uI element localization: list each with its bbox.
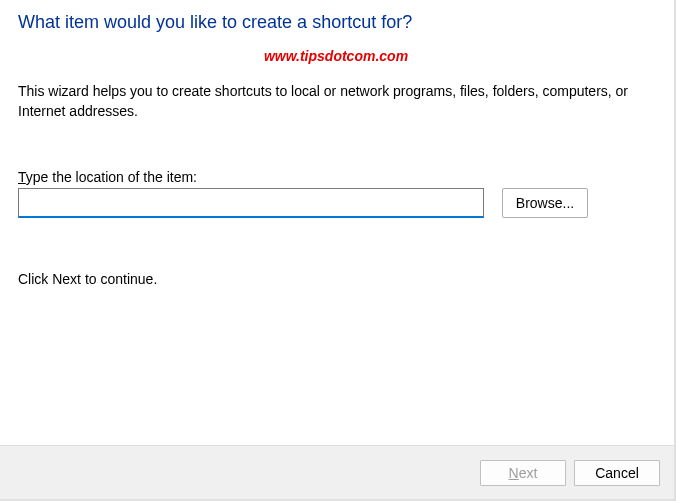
next-button-accelerator: N (509, 465, 519, 481)
cancel-button[interactable]: Cancel (574, 460, 660, 486)
continue-instruction: Click Next to continue. (18, 271, 654, 287)
browse-button[interactable]: Browse... (502, 188, 588, 218)
next-button[interactable]: Next (480, 460, 566, 486)
location-input-label: Type the location of the item: (18, 169, 654, 185)
location-input-row: Browse... (18, 188, 654, 218)
location-input[interactable] (18, 188, 484, 218)
watermark-text: www.tipsdotcom.com (18, 48, 654, 64)
wizard-description: This wizard helps you to create shortcut… (18, 82, 654, 121)
create-shortcut-wizard: What item would you like to create a sho… (0, 0, 676, 501)
wizard-body: What item would you like to create a sho… (0, 0, 674, 445)
wizard-footer: Next Cancel (0, 445, 674, 499)
wizard-title: What item would you like to create a sho… (18, 12, 654, 33)
next-button-text: ext (519, 465, 538, 481)
location-label-text: ype the location of the item: (26, 169, 197, 185)
location-label-accelerator: T (18, 169, 26, 185)
